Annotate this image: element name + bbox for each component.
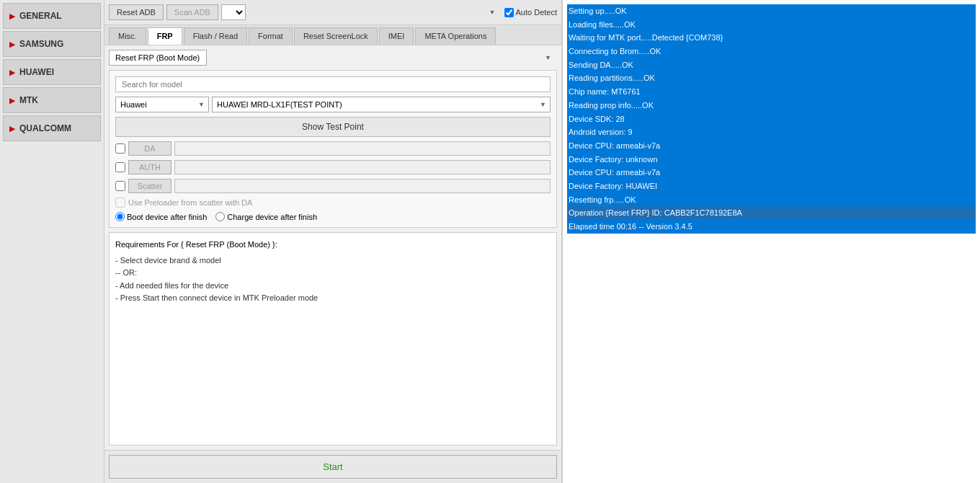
scatter-checkbox[interactable]: [115, 181, 125, 191]
log-entry-5: Reading partitions.....OK: [567, 71, 976, 85]
sidebar-arrow-samsung: ▶: [9, 40, 15, 48]
charge-after-label: Charge device after finish: [227, 213, 317, 221]
sidebar-arrow-huawei: ▶: [9, 68, 15, 76]
tab-flash_read[interactable]: Flash / Read: [184, 27, 247, 45]
sidebar-item-general[interactable]: ▶GENERAL: [3, 3, 101, 29]
model-select[interactable]: HUAWEI MRD-LX1F(TEST POINT): [212, 97, 551, 112]
log-entry-2: Waiting for MTK port.....Detected {COM73…: [567, 31, 976, 45]
radio-row: Boot device after finish Charge device a…: [115, 212, 551, 221]
sidebar: ▶GENERAL▶SAMSUNG▶HUAWEI▶MTK▶QUALCOMM: [0, 0, 104, 483]
charge-after-radio[interactable]: [215, 212, 225, 221]
inner-box: HuaweiSamsungXiaomi HUAWEI MRD-LX1F(TEST…: [109, 70, 557, 228]
main-content: Reset ADB Scan ADB Auto Detect Misc.FRPF…: [104, 0, 562, 483]
boot-after-radio[interactable]: [115, 212, 125, 221]
log-entry-0: Setting up.....OK: [567, 4, 976, 18]
sidebar-item-mtk[interactable]: ▶MTK: [3, 87, 101, 113]
log-entry-1: Loading files.....OK: [567, 18, 976, 32]
log-entry-4: Sending DA.....OK: [567, 58, 976, 72]
log-entry-11: Device Factory: unknown: [567, 153, 976, 167]
brand-model-row: HuaweiSamsungXiaomi HUAWEI MRD-LX1F(TEST…: [115, 97, 551, 112]
sidebar-label-huawei: HUAWEI: [19, 67, 54, 77]
boot-after-option: Boot device after finish: [115, 212, 207, 221]
requirements-line-4: - Press Start then connect device in MTK…: [115, 292, 551, 305]
log-entry-3: Connecting to Brom.....OK: [567, 45, 976, 58]
sidebar-arrow-general: ▶: [9, 12, 15, 20]
log-entry-7: Reading prop info.....OK: [567, 99, 976, 112]
log-entry-12: Device CPU: armeabi-v7a: [567, 166, 976, 180]
requirements-line-3: - Add needed files for the device: [115, 280, 551, 293]
brand-select[interactable]: HuaweiSamsungXiaomi: [115, 97, 209, 112]
tab-format[interactable]: Format: [249, 27, 293, 45]
requirements-box: Requirements For { Reset FRP (Boot Mode)…: [109, 232, 557, 446]
search-input[interactable]: [115, 76, 551, 92]
auth-input[interactable]: [174, 160, 551, 174]
tab-meta_operations[interactable]: META Operations: [415, 27, 496, 45]
model-select-wrapper: HUAWEI MRD-LX1F(TEST POINT): [212, 97, 551, 112]
sidebar-item-samsung[interactable]: ▶SAMSUNG: [3, 31, 101, 57]
tab-imei[interactable]: IMEI: [379, 27, 414, 45]
sidebar-label-qualcomm: QUALCOMM: [19, 123, 71, 133]
brand-select-wrapper: HuaweiSamsungXiaomi: [115, 97, 209, 112]
tab-reset_screenlock[interactable]: Reset ScreenLock: [294, 27, 378, 45]
mode-select-wrapper: Reset FRP (Boot Mode)Reset FRP (Test Poi…: [109, 50, 557, 66]
charge-after-option: Charge device after finish: [215, 212, 317, 221]
log-entry-6: Chip name: MT6761: [567, 85, 976, 99]
auth-button[interactable]: AUTH: [128, 160, 172, 174]
tab-frp[interactable]: FRP: [148, 27, 182, 45]
tabs: Misc.FRPFlash / ReadFormatReset ScreenLo…: [104, 25, 561, 45]
sidebar-item-huawei[interactable]: ▶HUAWEI: [3, 59, 101, 85]
auth-row: AUTH: [115, 160, 551, 174]
toolbar: Reset ADB Scan ADB Auto Detect: [104, 0, 561, 25]
preloader-row: Use Preloader from scatter with DA: [115, 198, 551, 208]
log-entry-15: Operation {Reset FRP} ID: CABB2F1C78192E…: [567, 206, 976, 220]
preloader-checkbox[interactable]: [115, 198, 125, 208]
tab-misc[interactable]: Misc.: [109, 27, 146, 45]
log-entry-14: Resetting frp.....OK: [567, 193, 976, 207]
mode-select[interactable]: Reset FRP (Boot Mode)Reset FRP (Test Poi…: [109, 50, 207, 66]
sidebar-label-samsung: SAMSUNG: [19, 39, 63, 49]
da-checkbox[interactable]: [115, 143, 125, 154]
da-button[interactable]: DA: [128, 141, 172, 156]
sidebar-arrow-qualcomm: ▶: [9, 125, 15, 133]
scatter-button[interactable]: Scatter: [128, 179, 172, 193]
log-entry-10: Device CPU: armeabi-v7a: [567, 139, 976, 153]
preloader-label: Use Preloader from scatter with DA: [128, 198, 252, 207]
scatter-row: Scatter: [115, 179, 551, 193]
show-test-point-button[interactable]: Show Test Point: [115, 117, 551, 137]
requirements-line-1: - Select device brand & model: [115, 254, 551, 267]
scan-adb-button[interactable]: Scan ADB: [166, 4, 218, 20]
da-row: DA: [115, 141, 551, 156]
auth-checkbox[interactable]: [115, 162, 125, 172]
boot-after-label: Boot device after finish: [127, 213, 207, 221]
scatter-input[interactable]: [174, 179, 551, 193]
auto-detect-checkbox[interactable]: [504, 8, 514, 17]
log-panel: Setting up.....OKLoading files.....OKWai…: [562, 0, 980, 483]
log-entry-16: Elapsed time 00:16 -- Version 3.4.5: [567, 220, 976, 234]
mode-select-row: Reset FRP (Boot Mode)Reset FRP (Test Poi…: [109, 50, 557, 66]
reset-adb-button[interactable]: Reset ADB: [109, 4, 164, 20]
requirements-line-2: -- OR:: [115, 267, 551, 280]
da-input[interactable]: [174, 141, 551, 156]
com-port-wrapper: [221, 4, 502, 20]
log-entry-8: Device SDK: 28: [567, 112, 976, 126]
com-port-dropdown[interactable]: [221, 4, 246, 20]
log-entry-13: Device Factory: HUAWEI: [567, 180, 976, 193]
sidebar-label-mtk: MTK: [19, 95, 38, 105]
start-btn-container: Start: [104, 450, 561, 483]
panel: Reset FRP (Boot Mode)Reset FRP (Test Poi…: [104, 45, 561, 450]
log-entry-9: Android version: 9: [567, 125, 976, 139]
auto-detect-label: Auto Detect: [504, 8, 557, 17]
sidebar-label-general: GENERAL: [19, 11, 62, 21]
start-button[interactable]: Start: [109, 455, 557, 479]
sidebar-item-qualcomm[interactable]: ▶QUALCOMM: [3, 115, 101, 141]
requirements-title: Requirements For { Reset FRP (Boot Mode)…: [115, 239, 551, 252]
sidebar-arrow-mtk: ▶: [9, 97, 15, 105]
